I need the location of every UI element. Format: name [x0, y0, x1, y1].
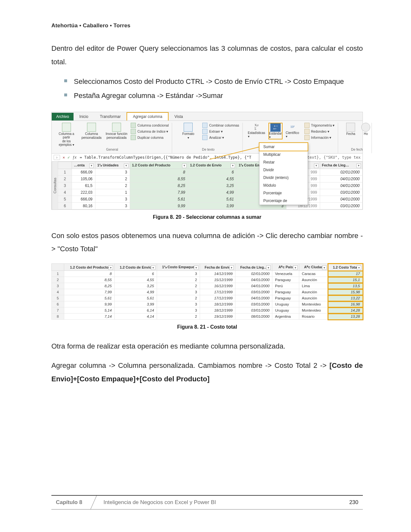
cell[interactable]: Montevideo [299, 307, 328, 314]
cell[interactable]: Asunción [299, 295, 328, 301]
cell[interactable]: 8 [64, 271, 115, 277]
cell[interactable]: 8,55 [130, 175, 188, 182]
cell[interactable]: 6,14 [114, 307, 157, 314]
cell[interactable]: 61,5 [72, 182, 95, 189]
tab-agregar-columna[interactable]: Agregar columna [127, 112, 169, 120]
cell[interactable]: 03/01/2000 [235, 289, 272, 295]
btn-duplicar-columna[interactable]: Duplicar columna [131, 135, 169, 140]
filter-icon[interactable]: ▾ [356, 164, 361, 168]
cell[interactable]: Asunción [299, 277, 328, 283]
dropdown-item[interactable]: Multiplicar [259, 151, 308, 158]
cancel-icon[interactable]: ✕ [63, 155, 65, 160]
cell[interactable]: 3 [157, 307, 200, 314]
cell[interactable]: 3 [157, 271, 200, 277]
cell[interactable]: 03/01/2000 [320, 189, 362, 196]
cell[interactable]: 9,99 [130, 202, 188, 209]
filter-icon[interactable]: ▾ [182, 164, 187, 168]
dropdown-item[interactable]: Módulo [259, 182, 308, 189]
cell[interactable]: Asunción [299, 289, 328, 295]
cell-costo-total[interactable]: 15,98 [328, 289, 363, 295]
cell[interactable]: 19/12/1999 [200, 314, 235, 320]
collapse-toggle[interactable]: › [54, 155, 60, 160]
cell[interactable]: 3,25 [188, 182, 237, 189]
cell[interactable]: 5,61 [114, 295, 157, 301]
cell-costo-total[interactable]: 13,28 [328, 314, 363, 320]
cell[interactable]: 9,99 [64, 301, 115, 307]
btn-columna-ejemplos[interactable]: Columna a partirde los ejemplos ▾ [56, 123, 77, 146]
cell[interactable]: 222,03 [72, 189, 95, 196]
cell[interactable]: 04/01/2000 [235, 277, 272, 283]
cell[interactable]: Lima [299, 283, 328, 289]
cell[interactable]: 3 [157, 289, 200, 295]
btn-informacion[interactable]: Información ▾ [304, 135, 335, 140]
cell[interactable]: 3,99 [188, 202, 237, 209]
tab-inicio[interactable]: Inicio [74, 113, 94, 120]
dropdown-item[interactable]: Restar [259, 158, 308, 166]
cell[interactable]: 2 [157, 283, 200, 289]
cell[interactable]: Paraguay [272, 289, 299, 295]
cell-costo-total[interactable]: 17 [328, 271, 363, 277]
cell[interactable]: 2 [157, 277, 200, 283]
column-header[interactable]: Fecha de Envío▾ [200, 264, 235, 271]
cell[interactable]: 3 [95, 169, 130, 175]
column-header[interactable]: Aᴮc Ciudad▾ [299, 264, 328, 271]
cell[interactable]: 4,99 [114, 289, 157, 295]
btn-hora[interactable]: Ho [361, 123, 370, 136]
filter-icon[interactable]: ▾ [266, 265, 271, 270]
column-header[interactable]: Fecha de Lleg…▾ [235, 264, 272, 271]
cell[interactable]: 02/01/2000 [320, 169, 362, 175]
dropdown-item[interactable]: Porcentaje de [259, 197, 308, 205]
btn-analizar[interactable]: Analizar ▾ [202, 135, 239, 140]
btn-trigonometria[interactable]: Trigonometría ▾ [304, 123, 335, 128]
filter-icon[interactable]: ▾ [89, 164, 94, 168]
dropdown-item[interactable]: Dividir (entero) [259, 174, 308, 182]
column-header[interactable]: 1.2 Costo del Producto▾ [130, 162, 188, 169]
accept-icon[interactable]: ✓ [67, 155, 70, 160]
cell[interactable]: 3 [95, 202, 130, 209]
cell-costo-total[interactable]: 14,28 [328, 307, 363, 314]
cell[interactable]: 3 [95, 196, 130, 202]
cell[interactable]: 03/01/2000 [320, 202, 362, 209]
cell[interactable]: 6 [114, 271, 157, 277]
dropdown-item[interactable]: Porcentaje [259, 189, 308, 197]
column-header[interactable]: 1²₃ Unidades▾ [95, 162, 130, 169]
btn-estadisticas[interactable]: ΧσΣ Estadísticas ▾ [248, 123, 265, 138]
cell[interactable]: 2 [95, 182, 130, 189]
filter-icon[interactable]: ▾ [322, 265, 327, 270]
cell[interactable]: 04/01/2000 [320, 196, 362, 202]
btn-columna-indice[interactable]: Columna de índice ▾ [131, 129, 169, 134]
cell[interactable]: 2 [95, 175, 130, 182]
cell[interactable]: Paraguay [272, 277, 299, 283]
btn-estandar[interactable]: ＋−×÷ Estándar ▾ [268, 123, 283, 139]
filter-icon[interactable]: ▾ [151, 265, 155, 270]
btn-invocar-funcion[interactable]: Invocar funciónpersonalizada [106, 123, 127, 139]
cell[interactable]: 4,55 [114, 277, 157, 283]
cell[interactable]: 5,61 [188, 196, 237, 202]
btn-extraer[interactable]: Extraer ▾ [202, 129, 239, 134]
btn-formato[interactable]: Formato▾ [177, 123, 199, 139]
filter-icon[interactable]: ▾ [314, 164, 319, 168]
filter-icon[interactable]: ▾ [194, 265, 198, 270]
cell[interactable]: 3,25 [114, 283, 157, 289]
cell[interactable]: 04/01/2000 [320, 175, 362, 182]
cell[interactable]: 03/01/2000 [235, 307, 272, 314]
cell[interactable]: 4,55 [188, 175, 237, 182]
cell[interactable]: 2 [157, 314, 200, 320]
column-header[interactable]: 1.2 Costo Total▾ [328, 264, 363, 271]
cell[interactable]: 14/12/1999 [200, 271, 235, 277]
cell[interactable]: Venezuela [272, 271, 299, 277]
cell[interactable]: 04/01/2000 [235, 283, 272, 289]
cell[interactable]: Uruguay [272, 307, 299, 314]
cell[interactable]: 8 [130, 169, 188, 175]
cell[interactable]: 03/01/2000 [235, 301, 272, 307]
cell[interactable]: 17/12/1999 [200, 295, 235, 301]
cell[interactable]: 4,14 [114, 314, 157, 320]
cell[interactable]: 8,25 [130, 182, 188, 189]
btn-combinar-columnas[interactable]: Combinar columnas [202, 123, 239, 128]
cell[interactable]: 17/12/1999 [200, 289, 235, 295]
cell[interactable]: 08/01/2000 [235, 314, 272, 320]
cell[interactable]: 105,06 [72, 175, 95, 182]
cell[interactable]: 8,55 [64, 277, 115, 283]
cell-costo-total[interactable]: 13,5 [328, 283, 363, 289]
cell[interactable]: 18/12/1999 [200, 301, 235, 307]
